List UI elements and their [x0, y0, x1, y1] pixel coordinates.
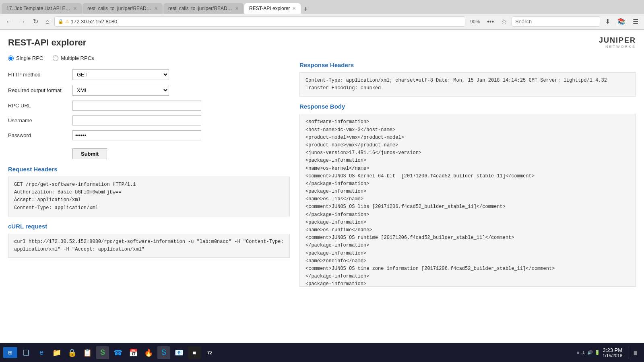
tab-1-label: 17. Job Template List API Endp... [6, 6, 71, 11]
tab-1[interactable]: 17. Job Template List API Endp... ✕ [2, 3, 82, 14]
juniper-logo-area: JUNIPER NETWORKS [599, 36, 636, 49]
new-tab-button[interactable]: + [301, 5, 309, 14]
response-headers-content: Content-Type: application/xml; charset=u… [299, 72, 636, 97]
juniper-sub: NETWORKS [599, 45, 636, 49]
tab-3-label: rest_calls_to_juniper/README... [168, 6, 233, 11]
rpc-url-row: RPC URL /rpc/get-software-information [8, 101, 290, 111]
http-method-input[interactable]: GET POST PUT DELETE [72, 69, 169, 80]
right-panel: Response Headers Content-Type: applicati… [299, 55, 636, 287]
rpc-url-input[interactable]: /rpc/get-software-information [72, 101, 201, 111]
forward-button[interactable]: → [17, 17, 28, 26]
submit-button[interactable]: Submit [72, 148, 107, 159]
bookmark-button[interactable]: ☆ [499, 17, 509, 26]
multiple-rpc-radio[interactable] [53, 56, 58, 61]
response-body-content[interactable]: <software-information> <host-name>dc-vmx… [299, 114, 636, 287]
bookmarks-button[interactable]: 📚 [615, 17, 628, 26]
http-method-label: HTTP method [8, 72, 72, 78]
download-button[interactable]: ⬇ [603, 17, 613, 26]
http-method-row: HTTP method GET POST PUT DELETE [8, 69, 290, 80]
nav-bar: ← → ↻ ⌂ 🔒 ⚠ 172.30.52.152:8080 90% ••• ☆… [0, 14, 644, 30]
output-format-row: Required output format XML JSON [8, 85, 290, 96]
home-button[interactable]: ⌂ [43, 17, 52, 26]
response-headers-section: Response Headers [299, 62, 636, 68]
multiple-rpc-text: Multiple RPCs [61, 55, 94, 61]
tab-4-label: REST-API explorer [249, 6, 290, 11]
tab-3-close[interactable]: ✕ [235, 6, 239, 11]
tab-1-close[interactable]: ✕ [73, 6, 77, 11]
form-area: HTTP method GET POST PUT DELETE Required… [8, 69, 290, 159]
radio-group: Single RPC Multiple RPCs [8, 55, 290, 61]
url-bar[interactable]: 🔒 ⚠ 172.30.52.152:8080 [54, 16, 465, 27]
password-row: Password [8, 130, 290, 140]
page-header: REST-API explorer JUNIPER NETWORKS [8, 36, 636, 49]
tab-2-close[interactable]: ✕ [154, 6, 158, 11]
single-rpc-radio[interactable] [8, 56, 14, 61]
username-field[interactable]: lab [72, 115, 201, 125]
output-format-label: Required output format [8, 87, 72, 93]
tab-2[interactable]: rest_calls_to_juniper/README... ✕ [83, 3, 163, 14]
more-options-button[interactable]: ••• [485, 17, 496, 26]
submit-row: Submit [8, 145, 290, 159]
output-format-select[interactable]: XML JSON [72, 85, 169, 96]
rpc-url-label: RPC URL [8, 103, 72, 109]
curl-section: cURL request [8, 223, 290, 230]
password-field[interactable] [72, 130, 201, 140]
warning-icon: ⚠ [65, 19, 69, 24]
username-row: Username lab [8, 115, 290, 125]
back-button[interactable]: ← [3, 17, 14, 26]
single-rpc-label[interactable]: Single RPC [8, 55, 43, 61]
username-input[interactable]: lab [72, 115, 201, 125]
refresh-button[interactable]: ↻ [31, 17, 41, 26]
url-text: 172.30.52.152:8080 [71, 19, 462, 25]
curl-content: curl http://172.30.52.152:8080/rpc/get-s… [8, 234, 290, 258]
zoom-level: 90% [468, 19, 482, 25]
tab-4-close[interactable]: ✕ [292, 6, 296, 11]
main-content: Single RPC Multiple RPCs HTTP method GET… [8, 55, 636, 287]
request-headers-content: GET /rpc/get-software-information HTTP/1… [8, 177, 290, 216]
output-format-input[interactable]: XML JSON [72, 85, 169, 96]
page-title: REST-API explorer [8, 37, 86, 48]
juniper-logo: JUNIPER [599, 36, 636, 45]
tab-4[interactable]: REST-API explorer ✕ [244, 3, 301, 14]
single-rpc-text: Single RPC [16, 55, 43, 61]
rpc-url-field[interactable]: /rpc/get-software-information [72, 101, 201, 111]
menu-button[interactable]: ☰ [630, 17, 641, 26]
lock-icon: 🔒 [58, 19, 64, 24]
http-method-select[interactable]: GET POST PUT DELETE [72, 69, 169, 80]
tab-3[interactable]: rest_calls_to_juniper/README... ✕ [163, 3, 244, 14]
page-content: REST-API explorer JUNIPER NETWORKS Singl… [0, 30, 644, 331]
request-headers-section: Request Headers [8, 166, 290, 173]
tab-2-label: rest_calls_to_juniper/README... [87, 6, 152, 11]
search-input[interactable] [512, 16, 600, 27]
password-input[interactable] [72, 130, 201, 140]
username-label: Username [8, 117, 72, 123]
multiple-rpc-label[interactable]: Multiple RPCs [53, 55, 94, 61]
tab-bar: 17. Job Template List API Endp... ✕ rest… [0, 0, 644, 14]
password-label: Password [8, 132, 72, 138]
left-panel: Single RPC Multiple RPCs HTTP method GET… [8, 55, 290, 287]
response-body-section: Response Body [299, 103, 636, 110]
